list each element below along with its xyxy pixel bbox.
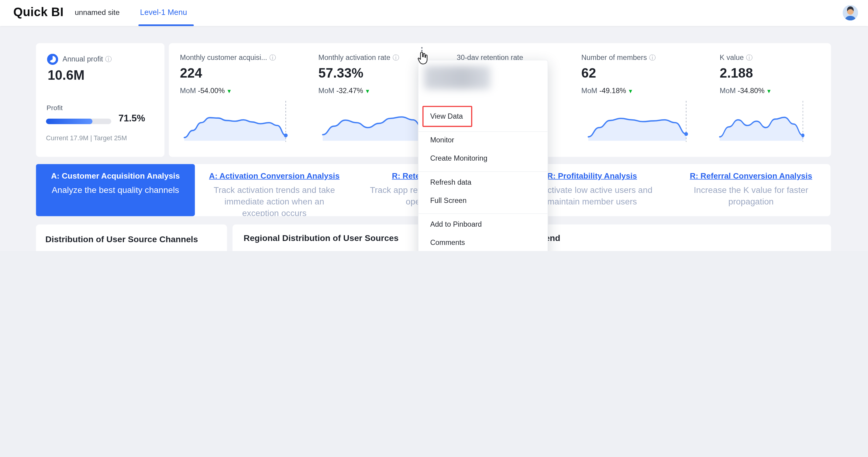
kpi-value: 224 (180, 65, 202, 81)
context-menu: View Data Monitor Create Monitoring Refr… (418, 60, 548, 251)
kpi-sparkline (717, 98, 805, 143)
panel-title: Distribution of User Source Channels (45, 235, 198, 245)
info-icon[interactable]: ⓘ (649, 54, 656, 62)
kpi-label: K value (720, 53, 744, 61)
menu-item-add-to-pinboard[interactable]: Add to Pinboard (418, 217, 547, 232)
info-icon[interactable]: ⓘ (393, 54, 399, 62)
panel-title: Regional Distribution of User Sources (244, 233, 399, 244)
quick-bi-logo: Quick BI (13, 5, 64, 19)
user-avatar[interactable] (842, 5, 858, 20)
menu-item-create-monitoring[interactable]: Create Monitoring (418, 151, 547, 166)
kpi-value: 57.33% (318, 65, 363, 81)
map-panel: Regional Distribution of User Sources Cu… (232, 225, 429, 251)
profit-percent: 71.5% (119, 113, 145, 124)
profit-current-target: Current 17.9M | Target 25M (46, 134, 127, 142)
menu-item-monitor[interactable]: Monitor (418, 133, 547, 147)
mom-value: -54.00% (198, 86, 225, 95)
mom-label: MoM (581, 86, 597, 95)
annual-profit-label: Annual profit (63, 55, 103, 63)
tab-subtitle: Increase the K value for faster propagat… (672, 184, 831, 207)
trend-down-icon: ▼ (628, 88, 633, 94)
kpi-label: Monthly activation rate (318, 53, 390, 61)
tab-card-customer-acquisition[interactable]: A: Customer Acquisition Analysis Analyze… (36, 164, 195, 216)
menu-item-full-screen[interactable]: Full Screen (418, 194, 547, 208)
tab-title: A: Customer Acquisition Analysis (36, 171, 195, 180)
trend-down-icon: ▼ (365, 88, 370, 94)
menu-divider (418, 132, 547, 132)
profit-icon (47, 54, 58, 65)
tab-title-link[interactable]: R: Referral Conversion Analysis (690, 171, 812, 180)
profit-sub-label: Profit (46, 104, 63, 112)
mom-value: -49.18% (599, 86, 626, 95)
tab-subtitle: Analyze the best quality channels (36, 184, 195, 196)
mom-label: MoM (720, 86, 736, 95)
kpi-sparkline (585, 98, 689, 143)
kpi-sparkline (181, 98, 289, 143)
kpi-label: Monthly customer acquisi... (180, 53, 267, 61)
channels-panel: Distribution of User Source Channels Cus… (36, 225, 227, 251)
kpi-label: Number of members (581, 53, 647, 61)
annual-profit-card: Annual profitⓘ 10.6M Profit 71.5% Curren… (36, 43, 164, 157)
profit-progress-fill (46, 119, 93, 124)
profit-progress-track (46, 119, 111, 124)
tab-level-1-menu[interactable]: Level-1 Menu (140, 8, 187, 17)
trend-down-icon: ▼ (766, 88, 772, 94)
annual-profit-value: 10.6M (48, 67, 85, 83)
info-icon[interactable]: ⓘ (105, 55, 112, 63)
site-name: unnamed site (75, 8, 120, 17)
hand-cursor-icon (415, 51, 429, 65)
tab-card-referral-conversion[interactable]: R: Referral Conversion Analysis Increase… (672, 164, 831, 216)
kpi-value: 2.188 (720, 65, 753, 81)
tab-title-link[interactable]: R: Profitability Analysis (547, 171, 637, 180)
tab-subtitle: Track activation trends and take immedia… (195, 184, 354, 216)
tab-title-link[interactable]: A: Activation Conversion Analysis (209, 171, 340, 180)
menu-item-comments[interactable]: Comments (418, 235, 547, 250)
avatar-photo (842, 5, 858, 20)
menu-divider (418, 171, 547, 172)
tab-card-activation-conversion[interactable]: A: Activation Conversion Analysis Track … (195, 164, 354, 216)
quick-bi-dashboard: Quick BI unnamed site Level-1 Menu (0, 0, 868, 251)
kpi-sparkline (319, 98, 427, 143)
mom-label: MoM (318, 86, 334, 95)
active-tab-indicator (138, 24, 194, 26)
mom-value: -32.47% (336, 86, 363, 95)
mom-label: MoM (180, 86, 196, 95)
kpi-value: 62 (581, 65, 596, 81)
trend-down-icon: ▼ (226, 88, 232, 94)
tab-label: Level-1 Menu (140, 8, 187, 17)
menu-item-view-data[interactable]: View Data (418, 109, 547, 123)
info-icon[interactable]: ⓘ (746, 54, 752, 62)
mom-value: -34.80% (738, 86, 764, 95)
topbar: Quick BI unnamed site Level-1 Menu (0, 0, 868, 26)
redacted-menu-item (424, 66, 491, 89)
info-icon[interactable]: ⓘ (269, 54, 276, 62)
menu-divider (418, 213, 547, 214)
menu-item-refresh-data[interactable]: Refresh data (418, 175, 547, 190)
